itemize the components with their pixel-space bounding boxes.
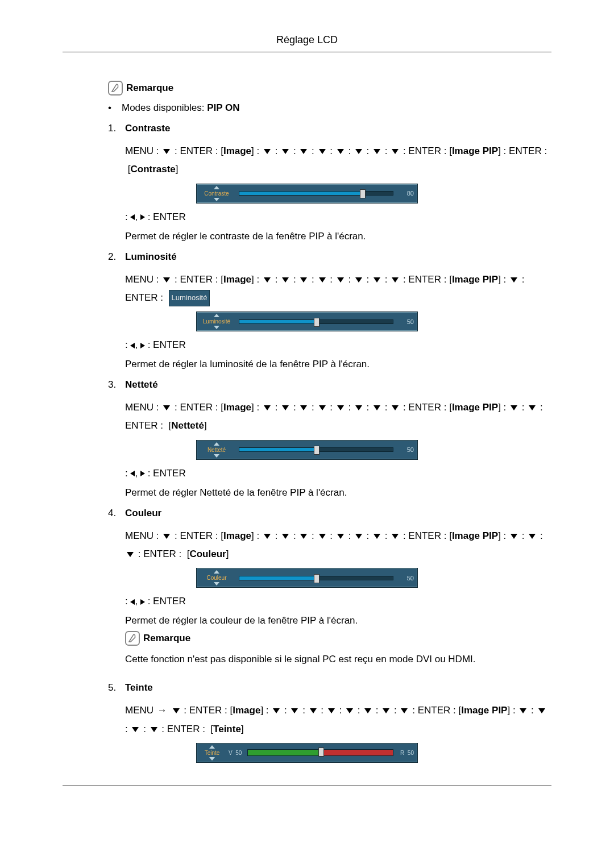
menu-token: MENU <box>125 402 154 413</box>
item-title: Couleur <box>125 508 161 518</box>
enter-token: ENTER <box>408 402 441 413</box>
down-icon <box>300 149 307 154</box>
down-icon <box>300 534 307 539</box>
down-icon <box>529 534 536 539</box>
down-icon <box>310 708 317 713</box>
enter-token: ENTER <box>153 468 186 479</box>
item-desc: Permet de régler Netteté de la fenêtre P… <box>125 487 551 499</box>
menu-path: MENU : : ENTER : [Image] : : : : : : : :… <box>125 398 551 435</box>
image-token: Image <box>223 274 251 285</box>
enter-token: ENTER <box>408 146 441 156</box>
item-num: 3. <box>108 379 125 391</box>
teinte-r-label: R 50 <box>400 750 414 756</box>
right-icon <box>140 343 145 348</box>
enter-token: ENTER <box>143 549 176 559</box>
up-icon <box>214 570 219 574</box>
right-icon <box>140 599 145 605</box>
down-icon <box>209 757 215 761</box>
divider-top <box>63 52 551 52</box>
item-desc: Permet de régler la couleur de la fenêtr… <box>125 615 551 626</box>
down-icon <box>529 405 536 410</box>
down-icon <box>346 708 353 713</box>
down-icon <box>319 405 326 410</box>
down-icon <box>392 405 399 410</box>
down-icon <box>214 198 219 201</box>
down-icon <box>328 708 335 713</box>
osd-slider[interactable] <box>247 749 393 756</box>
image-pip-token: Image PIP <box>452 402 498 413</box>
note-label: Remarque <box>143 633 190 644</box>
up-icon <box>214 314 219 317</box>
down-icon <box>214 582 219 585</box>
down-icon <box>127 552 134 557</box>
menu-token: MENU <box>125 530 154 541</box>
nav-line: : , : ENTER <box>125 211 551 223</box>
left-icon <box>130 214 135 220</box>
osd-thumb[interactable] <box>314 574 320 583</box>
osd-thumb[interactable] <box>314 318 320 327</box>
osd-slider[interactable] <box>239 191 393 196</box>
down-icon <box>374 277 380 283</box>
note-row: Remarque <box>108 81 551 95</box>
down-icon <box>511 534 517 539</box>
image-token: Image <box>223 402 251 413</box>
item-heading: 2.Luminosité <box>108 251 551 263</box>
right-icon <box>140 214 145 220</box>
nav-line: : , : ENTER <box>125 339 551 351</box>
sub-label: Teinte <box>213 724 241 734</box>
osd-slider-panel: Netteté50 <box>196 440 418 460</box>
down-icon <box>163 149 170 154</box>
menu-path: MENU → : ENTER : [Image] : : : : : : : :… <box>125 701 551 738</box>
content: Remarque •Modes disponibles: PIP ON 1.Co… <box>63 81 551 763</box>
enter-token: ENTER <box>167 724 200 734</box>
osd-value: 80 <box>397 190 414 197</box>
osd-name: Couleur <box>206 575 226 581</box>
image-token: Image <box>223 146 251 156</box>
enter-token: ENTER <box>180 530 213 541</box>
down-icon <box>264 277 271 283</box>
osd-wrap: Couleur50 <box>63 568 551 588</box>
enter-token: ENTER <box>180 274 213 285</box>
note-text: Cette fonction n'est pas disponible si l… <box>125 654 551 665</box>
item-title: Luminosité <box>125 251 177 262</box>
osd-thumb[interactable] <box>360 189 366 198</box>
down-icon <box>374 149 380 154</box>
up-icon <box>209 745 215 749</box>
enter-token: ENTER <box>125 420 158 431</box>
item-desc: Permet de régler la luminosité de la fen… <box>125 359 551 370</box>
note-icon <box>125 631 140 646</box>
down-icon <box>282 277 289 283</box>
down-icon <box>319 534 326 539</box>
down-icon <box>319 149 326 154</box>
down-icon <box>401 708 408 713</box>
down-icon <box>538 708 545 713</box>
osd-thumb[interactable] <box>314 446 320 455</box>
osd-slider[interactable] <box>239 447 393 452</box>
down-icon <box>214 326 219 329</box>
sub-label: Couleur <box>189 549 226 559</box>
down-icon <box>264 405 271 410</box>
enter-token: ENTER <box>418 705 451 716</box>
down-icon <box>300 277 307 283</box>
osd-slider[interactable] <box>239 576 393 580</box>
down-icon <box>300 405 307 410</box>
menu-path: MENU : : ENTER : [Image] : : : : : : : :… <box>125 271 551 308</box>
item-heading: 5.Teinte <box>108 682 551 693</box>
down-icon <box>163 277 170 283</box>
item-heading: 4.Couleur <box>108 508 551 519</box>
sub-label-hl: Luminosité <box>169 290 210 306</box>
down-icon <box>264 149 271 154</box>
down-icon <box>374 405 380 410</box>
item-heading: 3.Netteté <box>108 379 551 391</box>
osd-slider[interactable] <box>239 319 393 324</box>
teinte-v-label: V 50 <box>229 750 242 756</box>
down-icon <box>374 534 380 539</box>
down-icon <box>392 534 399 539</box>
item-num: 4. <box>108 508 125 519</box>
osd-thumb[interactable] <box>318 747 324 757</box>
down-icon <box>520 708 526 713</box>
image-token: Image <box>223 530 251 541</box>
nav-line: : , : ENTER <box>125 468 551 479</box>
image-pip-token: Image PIP <box>452 530 498 541</box>
nav-line: : , : ENTER <box>125 596 551 607</box>
